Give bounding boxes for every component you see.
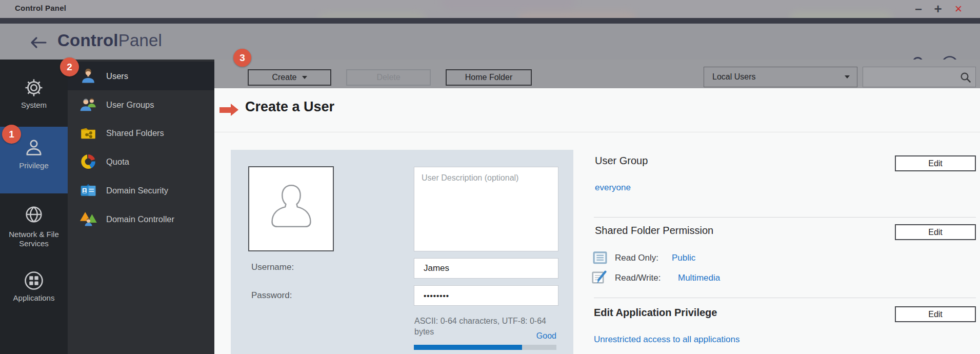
chevron-down-icon [302, 76, 307, 79]
read-only-folder-link[interactable]: Public [672, 253, 695, 263]
submenu-item-users[interactable]: Users [68, 62, 214, 90]
divider [214, 132, 980, 132]
page-title: ControlPanel [57, 31, 162, 50]
annotation-badge-3: 3 [233, 49, 251, 67]
user-group-link[interactable]: everyone [595, 183, 631, 193]
nav-item-label: Applications [0, 293, 68, 303]
close-icon[interactable]: ✕ [950, 0, 967, 18]
user-type-dropdown-value: Local Users [712, 72, 755, 82]
person-icon [23, 136, 45, 161]
delete-button[interactable]: Delete [346, 69, 431, 86]
read-write-folder-link[interactable]: Multimedia [678, 273, 720, 283]
edit-user-group-button[interactable]: Edit [895, 155, 976, 171]
submenu-item-label: Quota [106, 157, 129, 167]
domain-controller-icon [79, 210, 97, 228]
toolbar: Create Delete Home Folder Local Users [214, 60, 980, 88]
create-user-form-panel: Username: Password: ASCII: 0-64 characte… [231, 150, 573, 354]
globe-icon [24, 204, 44, 227]
control-panel-window: Control Panel − + ✕ ControlPanel ? Syst [0, 0, 980, 354]
submenu-item-label: Shared Folders [106, 128, 164, 138]
maximize-icon[interactable]: + [929, 0, 947, 18]
toolbar-search-input[interactable] [863, 67, 966, 87]
background-blob [318, 12, 426, 18]
id-card-icon [79, 182, 97, 199]
password-strength-label: Good [414, 331, 556, 341]
password-strength-fill [414, 345, 522, 350]
chevron-down-icon [845, 75, 850, 78]
read-write-label: Read/Write: [615, 273, 661, 283]
avatar[interactable] [248, 166, 334, 251]
os-title-bar: Control Panel − + ✕ [0, 0, 980, 18]
create-button[interactable]: Create [248, 69, 331, 86]
nav-item-label: Privilege [0, 161, 68, 170]
create-button-label: Create [272, 73, 296, 82]
annotation-arrow-icon [219, 104, 239, 116]
minimize-icon[interactable]: − [910, 0, 927, 18]
page-title-bold: Control [57, 31, 118, 50]
username-field[interactable] [414, 258, 558, 279]
delete-button-label: Delete [376, 73, 400, 82]
submenu-item-label: User Groups [106, 100, 154, 110]
application-privilege-link[interactable]: Unrestricted access to all applications [594, 335, 739, 345]
shared-folder-permission-section-title: Shared Folder Permission [595, 225, 713, 237]
annotation-badge-1: 1 [2, 125, 21, 144]
submenu-item-shared-folders[interactable]: Shared Folders [68, 119, 214, 147]
read-only-doc-icon [593, 251, 608, 266]
submenu-item-user-groups[interactable]: User Groups [68, 90, 214, 119]
application-privilege-section-title: Edit Application Privilege [594, 307, 717, 319]
background-blob [790, 11, 892, 18]
divider [594, 298, 976, 298]
username-label: Username: [251, 262, 294, 272]
section-heading: Create a User [245, 99, 334, 115]
nav-rail: System Privilege Network & File Services [0, 60, 68, 354]
nav-item-network-file-services[interactable]: Network & File Services [0, 204, 68, 248]
user-type-dropdown[interactable]: Local Users [704, 67, 857, 87]
password-field[interactable] [414, 285, 558, 306]
quota-donut-icon [79, 153, 97, 170]
main-content: Create a User Username: Password: ASCII:… [214, 88, 980, 354]
user-group-color-icon [79, 96, 97, 113]
home-folder-button[interactable]: Home Folder [446, 69, 532, 86]
submenu-item-label: Users [106, 71, 128, 81]
app-header: ControlPanel ? [0, 24, 980, 60]
edit-application-privilege-button[interactable]: Edit [895, 306, 976, 322]
back-arrow-icon[interactable] [29, 36, 47, 49]
password-strength-bar [414, 345, 556, 350]
nav-item-applications[interactable]: Applications [0, 270, 68, 303]
nav-item-system[interactable]: System [0, 77, 68, 110]
gear-icon [23, 77, 45, 101]
read-write-edit-icon [592, 270, 607, 286]
user-color-icon [79, 67, 97, 85]
user-group-section-title: User Group [595, 155, 648, 167]
toolbar-search-box [863, 67, 976, 87]
submenu-item-label: Domain Controller [106, 214, 174, 224]
page-title-light: Panel [118, 31, 162, 50]
password-label: Password: [251, 290, 292, 301]
submenu-panel: Users User Groups [68, 60, 214, 354]
submenu-item-domain-security[interactable]: Domain Security [68, 176, 214, 205]
window-title: Control Panel [15, 4, 66, 12]
submenu-item-quota[interactable]: Quota [68, 147, 214, 176]
submenu-item-domain-controller[interactable]: Domain Controller [68, 205, 214, 233]
submenu-item-label: Domain Security [106, 186, 168, 195]
divider [594, 217, 976, 218]
apps-grid-icon [23, 270, 45, 293]
nav-item-label: System [0, 101, 68, 110]
shared-folder-icon [79, 124, 97, 142]
nav-item-label: Network & File Services [0, 227, 68, 248]
annotation-badge-2: 2 [60, 57, 79, 76]
home-folder-button-label: Home Folder [465, 73, 512, 82]
search-icon[interactable] [959, 71, 972, 86]
window-top-strip [0, 18, 980, 24]
read-only-label: Read Only: [615, 253, 658, 263]
user-description-textarea[interactable] [414, 167, 558, 251]
background-blob [518, 11, 636, 18]
background-blob [441, 0, 574, 9]
edit-shared-folder-permission-button[interactable]: Edit [895, 224, 976, 240]
